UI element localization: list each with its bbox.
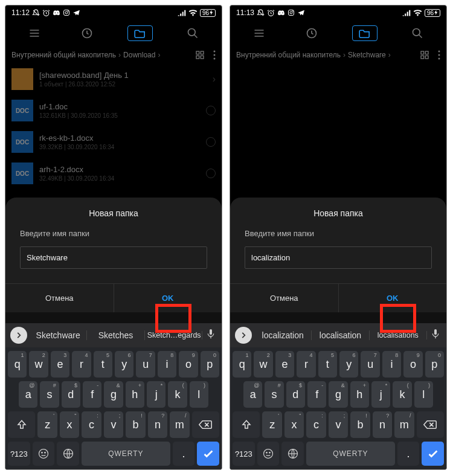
space-key[interactable]: QWERTY	[82, 442, 170, 466]
recent-tab[interactable]	[61, 27, 114, 39]
key-w[interactable]: w2	[254, 351, 272, 378]
key-l[interactable]: l)	[414, 381, 433, 408]
key-v[interactable]: v;	[104, 411, 123, 438]
key-c[interactable]: c:	[306, 411, 326, 438]
folder-name-input[interactable]	[20, 246, 207, 269]
key-r[interactable]: r4	[72, 351, 91, 378]
key-i[interactable]: i8	[382, 351, 401, 378]
more-icon[interactable]	[213, 50, 216, 60]
key-e[interactable]: e3	[51, 351, 69, 378]
key-z[interactable]: z'	[262, 411, 281, 438]
symbols-key[interactable]: ?123	[233, 442, 255, 466]
more-icon[interactable]	[438, 50, 440, 60]
ok-button[interactable]: OK	[114, 284, 222, 312]
file-item[interactable]: DOCarh-1-2.docx32.49KB | 30.09.2020 16:3…	[5, 158, 222, 189]
key-n[interactable]: n?	[148, 411, 167, 438]
suggestion-1[interactable]: Sketchware	[30, 330, 87, 340]
select-radio[interactable]	[206, 106, 216, 115]
key-a[interactable]: a@	[243, 381, 262, 408]
file-item[interactable]: DOCuf-1.doc132.61KB | 30.09.2020 16:35	[5, 95, 222, 126]
key-e[interactable]: e3	[275, 351, 294, 378]
suggestion-2[interactable]: localisation	[312, 330, 369, 340]
cancel-button[interactable]: Отмена	[230, 284, 339, 312]
key-k[interactable]: k(	[168, 381, 187, 408]
cancel-button[interactable]: Отмена	[5, 284, 114, 312]
select-radio[interactable]	[206, 169, 216, 178]
key-p[interactable]: p0	[425, 351, 444, 378]
suggestion-1[interactable]: localization	[254, 330, 312, 340]
ok-button[interactable]: OK	[339, 284, 447, 312]
emoji-key[interactable]	[33, 442, 55, 466]
space-key[interactable]: QWERTY	[306, 442, 395, 466]
backspace-key[interactable]	[417, 411, 444, 438]
key-b[interactable]: b!	[126, 411, 145, 438]
key-l[interactable]: l)	[190, 381, 208, 408]
key-h[interactable]: h+	[350, 381, 369, 408]
key-p[interactable]: p0	[201, 351, 219, 378]
key-o[interactable]: o9	[403, 351, 422, 378]
key-g[interactable]: g&	[104, 381, 123, 408]
key-j[interactable]: j*	[371, 381, 390, 408]
search-button[interactable]	[167, 27, 220, 39]
shift-key[interactable]	[233, 411, 260, 438]
key-m[interactable]: m/	[394, 411, 414, 438]
file-item[interactable]: DOCrk-es-kb-1.docx39.32KB | 30.09.2020 1…	[5, 126, 222, 158]
suggestion-3[interactable]: Sketch…egards	[145, 331, 202, 339]
key-a[interactable]: a@	[19, 381, 37, 408]
key-w[interactable]: w2	[29, 351, 48, 378]
folder-name-input[interactable]	[245, 246, 432, 269]
grid-view-icon[interactable]	[195, 50, 205, 60]
key-x[interactable]: x"	[60, 411, 79, 438]
breadcrumb-folder[interactable]: Sketchware	[348, 51, 386, 59]
key-v[interactable]: v;	[329, 411, 348, 438]
key-g[interactable]: g&	[329, 381, 347, 408]
key-c[interactable]: c:	[82, 411, 101, 438]
breadcrumb[interactable]: Внутренний общий накопитель › Download ›	[5, 47, 222, 63]
key-u[interactable]: u7	[136, 351, 155, 378]
mic-button[interactable]	[206, 328, 216, 343]
enter-key[interactable]	[422, 442, 444, 466]
key-n[interactable]: n?	[373, 411, 392, 438]
key-f[interactable]: f-	[83, 381, 101, 408]
key-s[interactable]: s#	[265, 381, 283, 408]
shift-key[interactable]	[8, 411, 35, 438]
key-b[interactable]: b!	[350, 411, 370, 438]
key-t[interactable]: t5	[94, 351, 112, 378]
breadcrumb[interactable]: Внутренний общий накопитель › Sketchware…	[230, 47, 446, 63]
symbols-key[interactable]: ?123	[8, 442, 30, 466]
grid-view-icon[interactable]	[420, 50, 429, 60]
period-key[interactable]: .	[397, 442, 420, 466]
key-t[interactable]: t5	[318, 351, 337, 378]
recent-tab[interactable]	[286, 27, 339, 39]
breadcrumb-root[interactable]: Внутренний общий накопитель	[11, 51, 116, 59]
emoji-key[interactable]	[257, 442, 280, 466]
menu-button[interactable]	[8, 27, 61, 39]
key-i[interactable]: i8	[158, 351, 176, 378]
key-m[interactable]: m/	[170, 411, 189, 438]
key-u[interactable]: u7	[361, 351, 379, 378]
search-button[interactable]	[391, 27, 445, 39]
key-h[interactable]: h+	[126, 381, 144, 408]
key-z[interactable]: z'	[37, 411, 57, 438]
breadcrumb-root[interactable]: Внутренний общий накопитель	[236, 51, 341, 59]
key-k[interactable]: k(	[393, 381, 411, 408]
key-f[interactable]: f-	[307, 381, 326, 408]
key-x[interactable]: x"	[284, 411, 304, 438]
enter-key[interactable]	[197, 442, 219, 466]
expand-suggestions-button[interactable]	[10, 327, 27, 344]
suggestion-3[interactable]: localisations	[370, 331, 427, 339]
breadcrumb-folder[interactable]: Download	[123, 51, 155, 59]
menu-button[interactable]	[233, 27, 286, 39]
suggestion-2[interactable]: Sketches	[87, 330, 144, 340]
mic-button[interactable]	[431, 328, 440, 343]
key-y[interactable]: y6	[339, 351, 358, 378]
key-d[interactable]: d$	[286, 381, 305, 408]
key-d[interactable]: d$	[62, 381, 80, 408]
files-tab[interactable]	[338, 25, 391, 41]
language-key[interactable]	[281, 442, 304, 466]
key-o[interactable]: o9	[179, 351, 198, 378]
key-r[interactable]: r4	[297, 351, 315, 378]
key-q[interactable]: q1	[8, 351, 27, 378]
key-q[interactable]: q1	[233, 351, 251, 378]
expand-suggestions-button[interactable]	[235, 327, 252, 344]
